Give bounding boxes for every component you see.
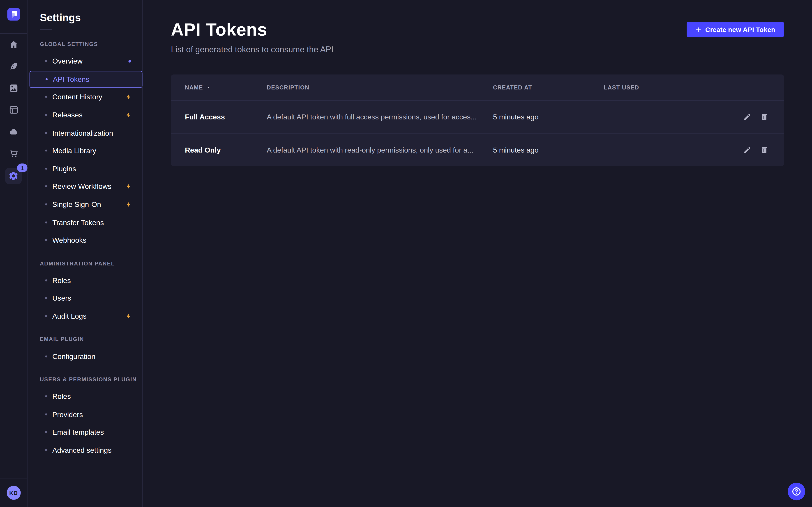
sidebar-item-label: Advanced settings (52, 446, 112, 454)
bullet-icon (45, 449, 47, 451)
icon-rail: 1 KD (0, 0, 28, 507)
token-name: Read Only (185, 146, 267, 154)
rail-item-content-type-builder[interactable] (0, 99, 27, 121)
lightning-icon (125, 183, 132, 190)
sidebar-item-webhooks[interactable]: Webhooks (28, 231, 143, 249)
strapi-admin-window: 1 KD Settings GLOBAL SETTINGS Overview A… (0, 0, 812, 507)
sidebar-item-api-tokens[interactable]: API Tokens (30, 71, 143, 88)
token-created-at: 5 minutes ago (493, 146, 604, 154)
main-content: API Tokens List of generated tokens to c… (143, 0, 812, 507)
sidebar-item-audit-logs[interactable]: Audit Logs (28, 307, 143, 325)
table-header-row: NAME DESCRIPTION CREATED AT LAST USED (171, 74, 784, 101)
sidebar-item-label: Review Workflows (52, 182, 111, 191)
pencil-icon (743, 113, 752, 121)
sidebar-rule (40, 30, 52, 30)
sidebar-item-transfer-tokens[interactable]: Transfer Tokens (28, 213, 143, 231)
sidebar-section-label: ADMINISTRATION PANEL (40, 259, 143, 267)
bullet-icon (45, 315, 47, 317)
sidebar-item-roles[interactable]: Roles (28, 271, 143, 289)
sidebar-item-label: Webhooks (52, 236, 86, 244)
sidebar-section: ADMINISTRATION PANEL Roles Users Audit L… (28, 259, 143, 325)
bullet-icon (45, 413, 47, 415)
sidebar-item-label: Audit Logs (52, 312, 87, 320)
bullet-icon (45, 203, 47, 205)
sidebar-item-configuration[interactable]: Configuration (28, 347, 143, 365)
layout-icon (9, 105, 18, 115)
token-description: A default API token with read-only permi… (267, 146, 493, 154)
delete-token-button[interactable] (760, 146, 768, 154)
page-subtitle: List of generated tokens to consume the … (171, 45, 784, 54)
rail-bottom-divider (0, 478, 27, 479)
delete-token-button[interactable] (760, 113, 768, 121)
token-description: A default API token with full access per… (267, 113, 493, 121)
sidebar-section: EMAIL PLUGIN Configuration (28, 335, 143, 365)
column-header-name[interactable]: NAME (185, 84, 267, 91)
sidebar-item-releases[interactable]: Releases (28, 106, 143, 124)
table-row[interactable]: Full Access A default API token with ful… (171, 100, 784, 133)
sidebar-item-advanced-settings[interactable]: Advanced settings (28, 441, 143, 459)
sidebar-item-label: Media Library (52, 147, 96, 155)
sidebar-item-email-templates[interactable]: Email templates (28, 423, 143, 441)
strapi-logo[interactable] (7, 8, 20, 20)
bullet-icon (45, 132, 47, 134)
sidebar-item-label: Plugins (52, 165, 76, 173)
sidebar-item-label: Email templates (52, 428, 104, 437)
rail-item-home[interactable] (0, 34, 27, 55)
sidebar-item-media-library[interactable]: Media Library (28, 142, 143, 160)
table-row[interactable]: Read Only A default API token with read-… (171, 133, 784, 166)
column-header-last-used: LAST USED (604, 84, 720, 91)
avatar[interactable]: KD (6, 486, 20, 500)
create-api-token-button[interactable]: Create new API Token (687, 22, 784, 37)
bullet-icon (45, 185, 47, 187)
sidebar-section-label: EMAIL PLUGIN (40, 335, 143, 342)
rail-item-settings[interactable]: 1 (0, 164, 27, 188)
sidebar-item-plugins[interactable]: Plugins (28, 160, 143, 177)
sidebar-item-label: Overview (52, 57, 83, 65)
sidebar-section: GLOBAL SETTINGS Overview API Tokens Cont… (28, 40, 143, 249)
sidebar-item-label: Providers (52, 410, 83, 418)
sidebar-section-label: GLOBAL SETTINGS (40, 40, 143, 48)
bullet-icon (45, 96, 47, 98)
gear-icon: 1 (5, 168, 22, 184)
sidebar-item-internationalization[interactable]: Internationalization (28, 124, 143, 142)
edit-token-button[interactable] (743, 146, 752, 154)
sidebar-item-label: Single Sign-On (52, 200, 101, 209)
notification-badge: 1 (17, 164, 28, 172)
sidebar-item-label: Content History (52, 93, 102, 101)
column-header-created-at: CREATED AT (493, 84, 604, 91)
lightning-icon (125, 313, 132, 320)
bullet-icon (45, 150, 47, 152)
sidebar-item-label: Transfer Tokens (52, 218, 104, 226)
sidebar-item-label: Users (52, 294, 71, 302)
bullet-icon (45, 60, 47, 62)
lightning-icon (125, 94, 132, 101)
edit-token-button[interactable] (743, 113, 752, 121)
sidebar-item-overview[interactable]: Overview (28, 52, 143, 70)
sidebar-item-users[interactable]: Users (28, 289, 143, 307)
cart-icon (9, 148, 18, 158)
bullet-icon (46, 78, 48, 80)
sidebar-item-label: Configuration (52, 352, 95, 360)
bullet-icon (45, 297, 47, 299)
help-button[interactable] (788, 483, 805, 500)
sidebar-item-content-history[interactable]: Content History (28, 88, 143, 106)
sidebar-item-single-sign-on[interactable]: Single Sign-On (28, 195, 143, 213)
sidebar-item-label: Releases (52, 111, 83, 119)
sidebar-item-providers[interactable]: Providers (28, 405, 143, 423)
rail-item-content-manager[interactable] (0, 55, 27, 77)
sidebar-item-roles[interactable]: Roles (28, 387, 143, 405)
sidebar-section-label: USERS & PERMISSIONS PLUGIN (40, 376, 143, 383)
bullet-icon (45, 355, 47, 357)
sidebar-item-review-workflows[interactable]: Review Workflows (28, 178, 143, 195)
api-tokens-table: NAME DESCRIPTION CREATED AT LAST USED Fu… (171, 74, 784, 166)
bullet-icon (45, 395, 47, 397)
rail-items: 1 (0, 34, 27, 188)
rail-item-marketplace[interactable] (0, 142, 27, 164)
token-created-at: 5 minutes ago (493, 113, 604, 121)
rail-item-deploy[interactable] (0, 121, 27, 142)
bullet-icon (45, 431, 47, 433)
bullet-icon (45, 168, 47, 170)
media-icon (9, 83, 18, 93)
lightning-icon (125, 201, 132, 208)
rail-item-media-library[interactable] (0, 77, 27, 99)
